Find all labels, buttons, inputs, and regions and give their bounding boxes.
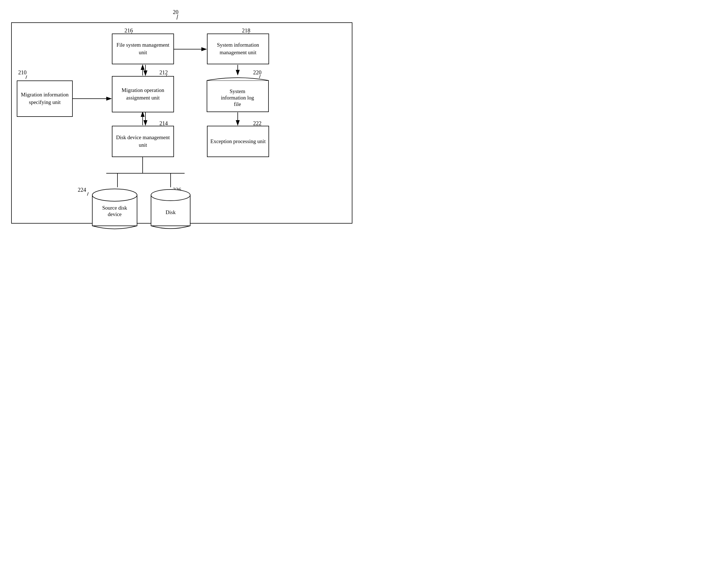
svg-text:device: device <box>108 211 122 217</box>
svg-text:information log: information log <box>221 95 254 100</box>
svg-text:file: file <box>234 101 241 107</box>
migration-info-specifying-text: Migration information specifying unit <box>20 91 70 106</box>
label-210: 210 <box>18 69 27 76</box>
file-system-mgmt-text: File system management unit <box>115 41 171 56</box>
box-file-system-mgmt: File system management unit <box>112 33 174 64</box>
svg-text:Disk: Disk <box>166 209 176 215</box>
box-disk-device-mgmt: Disk device management unit <box>112 126 174 157</box>
box-migration-op-assignment: Migration operation assignment unit <box>112 76 174 112</box>
box-exception-processing: Exception processing unit <box>207 126 269 157</box>
svg-text:Source disk: Source disk <box>102 205 127 211</box>
sys-info-mgmt-text: System information management unit <box>210 41 266 56</box>
exception-processing-text: Exception processing unit <box>210 138 265 145</box>
box-sys-info-mgmt: System information management unit <box>207 33 269 64</box>
svg-point-23 <box>151 190 190 201</box>
cylinder-disk: Disk <box>148 187 193 231</box>
svg-text:System: System <box>230 88 245 94</box>
box-migration-info-specifying: Migration information specifying unit <box>17 81 73 117</box>
migration-op-assignment-text: Migration operation assignment unit <box>115 87 171 102</box>
disk-device-mgmt-text: Disk device management unit <box>115 134 171 149</box>
box-sys-info-log: System information log file <box>207 75 270 113</box>
diagram-container: 20 <box>0 0 364 288</box>
cylinder-source-disk: Source disk device <box>89 187 140 231</box>
label-224: 224 <box>78 187 86 193</box>
svg-point-19 <box>92 189 137 201</box>
tick-210 <box>25 76 30 79</box>
tick-mark-20 <box>175 15 181 20</box>
